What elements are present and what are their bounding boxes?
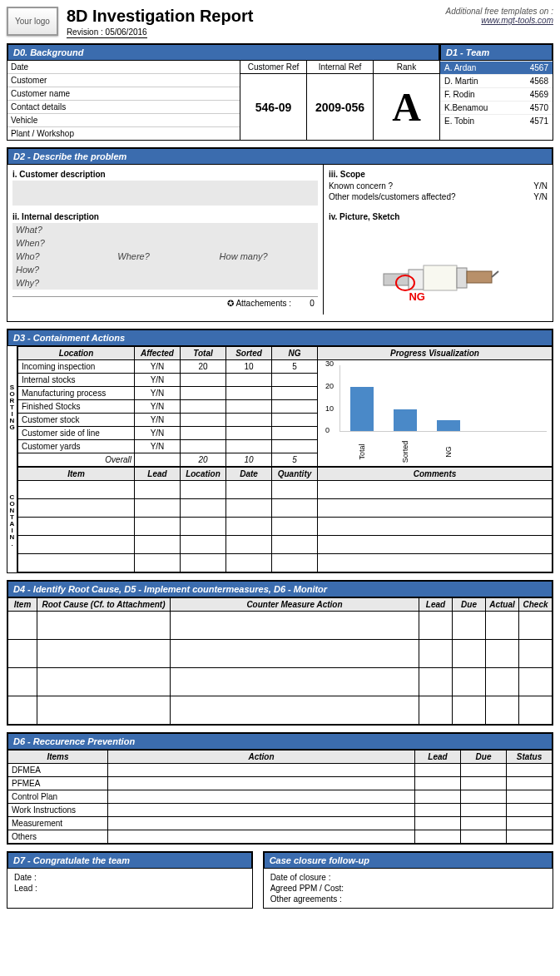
d7-date-label: Date : [14, 872, 245, 883]
closure-date-label: Date of closure : [270, 872, 546, 883]
th: Total [181, 347, 226, 360]
sketch-image: NG [375, 228, 500, 303]
progress-chart: 0 10 20 30 Total Sorted NG [339, 365, 547, 432]
d2-picture-label: iv. Picture, Sketch [329, 212, 548, 221]
d3-header: D3 - Containment Actions [7, 329, 553, 346]
scope-q2: Other models/customers affected? [329, 192, 456, 201]
th: Progress Visualization [318, 347, 553, 360]
customer-ref-value: 546-09 [240, 74, 306, 140]
d0-fields: Date Customer Customer name Contact deta… [7, 61, 240, 140]
d0-field: Plant / Workshop [7, 126, 240, 140]
ytick: 20 [325, 382, 334, 390]
attachments-label: ✪ Attachements : [227, 299, 291, 308]
closure-ppm-label: Agreed PPM / Cost: [270, 883, 546, 894]
rank-hdr: Rank [374, 61, 439, 74]
d6p-header: D6 - Reccurence Prevention [7, 733, 553, 750]
bar-ng: NG [437, 420, 460, 431]
team-member: K.Benamou4570 [440, 101, 553, 114]
rank-value: A [374, 74, 439, 140]
th: Sorted [226, 347, 272, 360]
contain-vlabel: CONTAIN. [7, 467, 17, 572]
internal-ref-hdr: Internal Ref [307, 61, 373, 74]
scope-a1: Y/N [533, 181, 548, 191]
q-when: When? [12, 236, 318, 250]
q-what: What? [12, 223, 318, 236]
additional-text: Additional free templates on : [445, 7, 553, 16]
d2-scope-label: iii. Scope [329, 170, 548, 179]
revision-text: Revision : 05/06/2016 [67, 27, 147, 38]
team-member: E. Tobin4571 [440, 114, 553, 127]
d0-header: D0. Background [7, 44, 439, 61]
sorting-vlabel: SORTING [7, 346, 17, 467]
ytick: 30 [325, 359, 334, 368]
q-how: How? [12, 263, 318, 276]
d6p-table: Items Action Lead Due Status DFMEA PFMEA… [7, 750, 553, 844]
ng-label: NG [409, 290, 425, 303]
internal-ref-value: 2009-056 [307, 74, 373, 140]
d2-header: D2 - Describe the problem [7, 148, 553, 165]
d2-internal-desc-box[interactable]: What? When? Who?Where?How many? How? Why… [12, 223, 318, 290]
attachments-count: 0 [310, 299, 315, 308]
scope-q1: Known concern ? [329, 181, 393, 191]
th: NG [272, 347, 318, 360]
d2-internal-desc-label: ii. Internal description [12, 212, 318, 221]
q-howmany: How many? [216, 250, 318, 263]
team-member: A. Ardan4567 [440, 61, 553, 74]
team-member: D. Martin4568 [440, 74, 553, 87]
d0-field: Contact details [7, 100, 240, 113]
team-member: F. Rodin4569 [440, 87, 553, 101]
q-who: Who? [12, 250, 114, 263]
q-where: Where? [114, 250, 216, 263]
d0-field: Customer [7, 73, 240, 87]
d7-header: D7 - Congratulate the team [7, 852, 252, 869]
d4-table: Item Root Cause (Cf. to Attachment) Coun… [7, 597, 553, 725]
d2-customer-desc-box[interactable] [12, 181, 318, 206]
d0-field: Date [7, 61, 240, 73]
svg-rect-2 [424, 265, 457, 290]
d7-lead-label: Lead : [14, 883, 245, 894]
d2-customer-desc-label: i. Customer description [12, 170, 318, 179]
d0-field: Vehicle [7, 113, 240, 126]
link-mgt-tools[interactable]: www.mgt-tools.com [481, 16, 553, 25]
sorting-table: Location Affected Total Sorted NG Progre… [17, 346, 553, 467]
logo-placeholder: Your logo [7, 7, 58, 36]
d4-header: D4 - Identify Root Cause, D5 - Implement… [7, 581, 553, 597]
closure-header: Case closure follow-up [264, 852, 553, 869]
ytick: 0 [325, 426, 330, 434]
d1-header: D1 - Team [440, 44, 553, 61]
page-title: 8D Investigation Report [67, 7, 438, 26]
scope-a2: Y/N [533, 192, 548, 201]
bar-total: Total [350, 387, 374, 431]
svg-line-5 [492, 271, 498, 277]
svg-rect-4 [467, 271, 492, 283]
closure-other-label: Other agreements : [270, 894, 546, 904]
bar-sorted: Sorted [394, 409, 417, 431]
th: Location [18, 347, 135, 360]
d0-field: Customer name [7, 87, 240, 100]
svg-rect-3 [457, 268, 467, 288]
customer-ref-hdr: Customer Ref [240, 61, 306, 74]
q-why: Why? [12, 276, 318, 290]
th: Affected [135, 347, 181, 360]
ytick: 10 [325, 404, 334, 413]
contain-table: Item Lead Location Date Quantity Comment… [17, 467, 553, 572]
